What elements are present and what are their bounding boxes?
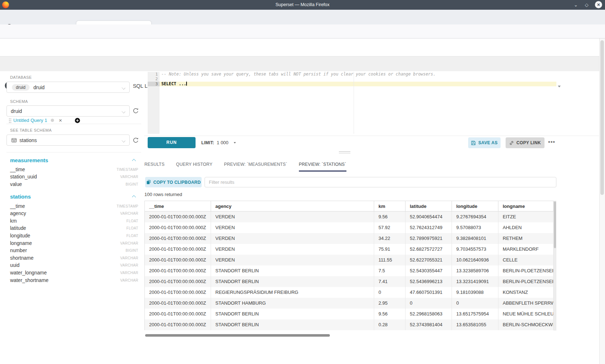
table-cell: 0.28 (374, 319, 405, 330)
filter-results-input[interactable] (205, 177, 556, 187)
schema-value: druid (11, 108, 22, 114)
table-cell: VERDEN (211, 255, 374, 265)
schema-label: SCHEMA (10, 99, 28, 104)
browser-toolbar: 172.18.0.4:32251/superset/sqllab/ (0, 24, 605, 38)
schema-column-row: longitudeFLOAT (10, 232, 138, 240)
results-table-header: __timeagencykmlatitudelongitudelongname (145, 201, 554, 211)
database-select[interactable]: druid druid (6, 82, 130, 93)
column-type: TIMESTAMP (117, 168, 138, 172)
table-header-cell[interactable]: agency (211, 201, 374, 211)
results-tab-query-history[interactable]: QUERY HISTORY (176, 157, 212, 172)
code-line[interactable] (160, 77, 556, 81)
table-cell: 2000-01-01T00:00:00.000Z (145, 244, 211, 255)
chevron-up-icon[interactable] (132, 195, 136, 199)
limit-value: 1 000 (217, 140, 229, 145)
table-horizontal-scrollbar-thumb[interactable] (145, 334, 330, 337)
table-cell: 52.3743981404 (405, 319, 452, 330)
drag-handle-icon[interactable] (9, 118, 11, 123)
sql-editor[interactable]: 123 -- Note: Unless you save your query,… (148, 72, 556, 134)
table-cell: NEUE MÜHLE SCHLEUSE OP (498, 309, 554, 319)
refresh-table-icon[interactable] (133, 137, 139, 144)
window-titlebar[interactable]: Superset — Mozilla Firefox ⌄ ◇ ✕ (0, 0, 605, 10)
table-row[interactable]: 2000-01-01T00:00:00.000ZREGIERUNGSPRÄSID… (145, 287, 554, 298)
table-cell: 2000-01-01T00:00:00.000Z (145, 222, 211, 233)
table-cell: EITZE (498, 211, 554, 222)
table-row[interactable]: 2000-01-01T00:00:00.000ZVERDEN75.9152.68… (145, 244, 554, 255)
superset-navbar: Superset DashboardsChartsSQL LabData + S… (0, 38, 605, 56)
limit-dropdown[interactable]: LIMIT: 1 000 (201, 137, 236, 148)
table-row[interactable]: 2000-01-01T00:00:00.000ZSTANDORT BERLIN7… (145, 276, 554, 287)
screen: Superset — Mozilla Firefox ⌄ ◇ ✕ Apache … (0, 0, 605, 364)
table-header-cell[interactable]: km (374, 201, 405, 211)
table-row[interactable]: 2000-01-01T00:00:00.000ZVERDEN111.5552.6… (145, 255, 554, 265)
table-cell: 52.5430355447 (405, 265, 452, 276)
window-restore-icon[interactable]: ◇ (583, 1, 591, 9)
schema-column-row: __timeTIMESTAMP (10, 166, 138, 173)
copy-to-clipboard-button[interactable]: COPY TO CLIPBOARD (145, 177, 202, 187)
schema-column-row: agencyVARCHAR (10, 210, 138, 217)
table-header-cell[interactable]: longitude (452, 201, 498, 211)
table-cell: STANDORT BERLIN (211, 309, 374, 319)
chevron-down-icon (122, 139, 125, 142)
chevron-down-icon (558, 86, 561, 87)
refresh-schema-icon[interactable] (133, 108, 139, 114)
results-table: __timeagencykmlatitudelongitudelongname … (144, 201, 554, 330)
table-header-cell[interactable]: latitude (405, 201, 452, 211)
code-line[interactable]: -- Note: Unless you save your query, the… (160, 72, 556, 77)
table-cell: 52.2968158063 (405, 309, 452, 319)
divider (6, 124, 141, 124)
table-row[interactable]: 2000-01-01T00:00:00.000ZSTANDORT BERLIN9… (145, 309, 554, 319)
table-vertical-scrollbar-thumb[interactable] (554, 201, 556, 248)
table-row[interactable]: 2000-01-01T00:00:00.000ZVERDEN57.9252.76… (145, 222, 554, 233)
table-row[interactable]: 2000-01-01T00:00:00.000ZVERDEN34.2252.78… (145, 233, 554, 244)
column-type: VARCHAR (120, 241, 138, 245)
window-title: Superset — Mozilla Firefox (0, 0, 605, 10)
results-tab-preview-measurements[interactable]: PREVIEW: `MEASUREMENTS` (224, 157, 287, 172)
table-cell: 2000-01-01T00:00:00.000Z (145, 255, 211, 265)
more-options-icon[interactable]: ••• (547, 137, 557, 148)
rows-returned-text: 100 rows returned (144, 192, 182, 197)
schema-table-header-stations[interactable]: stations (10, 192, 138, 201)
code-line[interactable]: SELECT ... (160, 82, 556, 86)
column-type: VARCHAR (120, 263, 138, 267)
save-as-button[interactable]: SAVE AS (468, 137, 501, 148)
table-cell: 2000-01-01T00:00:00.000Z (145, 233, 211, 244)
table-schema-select[interactable]: stations (6, 135, 130, 146)
table-cell: 10.0621640936 (452, 255, 498, 265)
table-cell: 7.41 (374, 276, 405, 287)
column-name: value (10, 182, 126, 187)
column-name: __time (10, 204, 117, 209)
copy-link-button[interactable]: COPY LINK (506, 137, 544, 148)
table-row[interactable]: 2000-01-01T00:00:00.000ZVERDEN9.5652.904… (145, 211, 554, 222)
page-scrollbar-thumb[interactable] (600, 40, 604, 195)
query-tab-title[interactable]: Untitled Query 1 (13, 118, 47, 123)
results-tab-results[interactable]: RESULTS (144, 157, 165, 172)
schema-column-row: valueBIGINT (10, 181, 138, 188)
table-row[interactable]: 2000-01-01T00:00:00.000ZSTANDORT HAMBURG… (145, 298, 554, 309)
table-row[interactable]: 2000-01-01T00:00:00.000ZSTANDORT BERLIN7… (145, 265, 554, 276)
copy-to-clipboard-label: COPY TO CLIPBOARD (153, 180, 201, 185)
table-header-cell[interactable]: __time (145, 201, 211, 211)
table-cell: ABBENFLETH SPERRWERK (498, 298, 554, 309)
chevron-up-icon[interactable] (132, 159, 136, 163)
schema-select[interactable]: druid (6, 105, 130, 117)
table-cell: 47.6607501391 (405, 287, 452, 298)
editor-code-area[interactable]: -- Note: Unless you save your query, the… (160, 72, 556, 134)
table-cell: 2000-01-01T00:00:00.000Z (145, 287, 211, 298)
table-cell: 9.181039088 (452, 287, 498, 298)
query-tab-close-icon[interactable]: ✕ (59, 118, 62, 123)
table-cell: STANDORT BERLIN (211, 265, 374, 276)
table-cell: 52.9040654474 (405, 211, 452, 222)
tab-list-chevron-icon[interactable]: ⌄ (572, 1, 580, 9)
pane-resize-handle[interactable] (339, 151, 350, 154)
table-cell: BERLIN-SCHMOECKWITZ (498, 319, 554, 330)
schema-table-header-measurements[interactable]: measurements (10, 155, 138, 165)
table-cell: STANDORT HAMBURG (211, 298, 374, 309)
table-row[interactable]: 2000-01-01T00:00:00.000ZSTANDORT BERLIN0… (145, 319, 554, 330)
spacer (10, 188, 138, 192)
run-button[interactable]: RUN (148, 137, 196, 148)
window-close-icon[interactable]: ✕ (595, 1, 602, 8)
line-number: 1 (148, 72, 160, 77)
table-header-cell[interactable]: longname (498, 201, 554, 211)
results-tab-preview-stations[interactable]: PREVIEW: `STATIONS` (299, 157, 346, 172)
